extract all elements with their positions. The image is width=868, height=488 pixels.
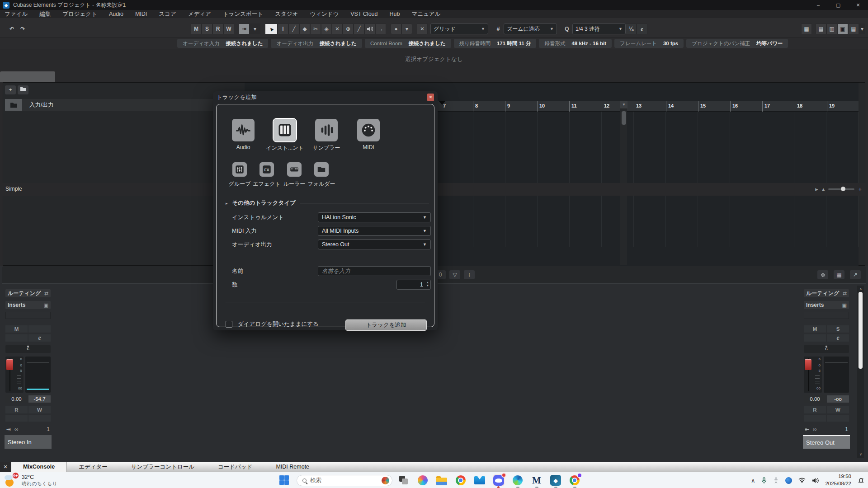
- agents-filter-icon[interactable]: ▽: [449, 270, 460, 279]
- chrome-button[interactable]: [455, 474, 467, 486]
- track-type-audio[interactable]: [232, 119, 255, 141]
- search-box[interactable]: 検索: [297, 475, 392, 486]
- menu-project[interactable]: プロジェクト: [62, 10, 97, 18]
- read-automation-button[interactable]: R: [5, 406, 28, 413]
- gain-value[interactable]: 0.00: [5, 395, 28, 403]
- task-view-button[interactable]: [398, 474, 410, 486]
- copilot-button[interactable]: [417, 474, 429, 486]
- menu-audio[interactable]: Audio: [109, 11, 123, 17]
- mute-button[interactable]: M: [804, 325, 826, 333]
- zoom-slider-knob[interactable]: [841, 187, 845, 191]
- menu-studio[interactable]: スタジオ: [275, 10, 298, 18]
- track-type-effect[interactable]: FX: [259, 162, 274, 177]
- glue-tool[interactable]: ◈: [321, 23, 332, 34]
- use-track-preset-button[interactable]: [18, 85, 28, 94]
- read-automation-button[interactable]: R: [804, 406, 826, 413]
- notification-bell-icon[interactable]: z: [858, 477, 864, 484]
- edge-button[interactable]: [512, 474, 524, 486]
- pan-control[interactable]: c: [5, 345, 51, 353]
- mixer-scroll-thumb[interactable]: [859, 292, 863, 369]
- fader-handle[interactable]: [805, 359, 811, 370]
- track-type-instrument-selected[interactable]: [274, 119, 296, 141]
- draw-tool[interactable]: ╱: [288, 23, 299, 34]
- erase-tool[interactable]: ◆: [299, 23, 310, 34]
- tab-sampler-control[interactable]: サンプラーコントロール: [119, 462, 206, 472]
- range-select-tool[interactable]: I: [278, 23, 288, 34]
- chrome-profile-button[interactable]: [569, 474, 580, 486]
- inserts-rack-header[interactable]: Inserts▣: [5, 301, 51, 309]
- lower-zone-toggle[interactable]: ▥: [826, 23, 837, 34]
- file-explorer-button[interactable]: [436, 474, 448, 486]
- track-type-folder[interactable]: [314, 162, 329, 177]
- record-time-chip[interactable]: 残り録音時間171 時間 11 分: [454, 39, 537, 48]
- keep-open-checkbox[interactable]: [226, 321, 232, 328]
- name-input[interactable]: 名前を入力: [318, 266, 431, 276]
- pan-law-chip[interactable]: プロジェクトのパン補正均等パワー: [686, 39, 788, 48]
- insert-slot[interactable]: [5, 312, 51, 319]
- track-type-group[interactable]: [232, 162, 247, 177]
- setup-window-layout-icon[interactable]: ▦: [834, 270, 844, 279]
- stereo-link-icon[interactable]: ∞: [813, 426, 817, 432]
- instrument-dropdown[interactable]: HALion Sonic ▼: [318, 212, 431, 222]
- output-icon[interactable]: ⇤: [805, 426, 809, 432]
- pan-control[interactable]: c: [804, 345, 849, 353]
- redo-button[interactable]: ↷: [17, 23, 28, 34]
- write-automation-button[interactable]: W: [827, 406, 849, 413]
- menu-media[interactable]: メディア: [188, 10, 211, 18]
- snap-type-dropdown[interactable]: グリッド ▼: [430, 23, 488, 34]
- fader-handle[interactable]: [6, 359, 13, 370]
- zoom-tool[interactable]: ⊕: [343, 23, 354, 34]
- close-lower-zone-icon[interactable]: ✕: [0, 462, 11, 472]
- menu-vst-cloud[interactable]: VST Cloud: [350, 11, 377, 17]
- edit-channel-button[interactable]: e: [28, 334, 51, 342]
- audio-output-chip[interactable]: オーディオ出力接続されました: [271, 39, 362, 48]
- project-window-tab[interactable]: [0, 71, 55, 82]
- stereo-link-icon[interactable]: ∞: [14, 426, 19, 432]
- solo-button-empty[interactable]: [28, 325, 51, 333]
- color-tool[interactable]: ●: [391, 23, 401, 34]
- zoom-slider[interactable]: [828, 188, 854, 190]
- setup-toolbar-button[interactable]: ▦: [801, 23, 812, 34]
- object-select-tool[interactable]: ▲: [265, 23, 278, 34]
- zoom-in-icon[interactable]: +: [858, 186, 862, 192]
- add-track-confirm-button[interactable]: トラックを追加: [345, 319, 427, 331]
- menu-hub[interactable]: Hub: [390, 11, 400, 17]
- mute-tool[interactable]: ✕: [332, 23, 343, 34]
- menu-file[interactable]: ファイル: [5, 10, 28, 18]
- line-tool[interactable]: ╱: [354, 23, 364, 34]
- zoom-up-icon[interactable]: ▴: [822, 186, 825, 192]
- folder-track-icon-cell[interactable]: [5, 99, 22, 111]
- cubase-taskbar-button[interactable]: ◆: [550, 474, 561, 486]
- automation-w-button[interactable]: W: [223, 23, 234, 34]
- zones-setup-button[interactable]: ▤: [848, 23, 859, 34]
- minimize-button[interactable]: –: [808, 0, 828, 10]
- right-zone-toggle[interactable]: ▣: [837, 23, 848, 34]
- volume-fader[interactable]: 6 0 5 00: [5, 357, 24, 393]
- open-in-separate-window-icon[interactable]: ↗: [850, 270, 861, 279]
- input-icon[interactable]: ⇥: [6, 426, 11, 432]
- other-track-types-expander[interactable]: ▸ その他のトラックタイプ: [226, 199, 429, 207]
- channel-name-stereo-out[interactable]: Stereo Out: [803, 435, 850, 449]
- microphone-icon[interactable]: [761, 477, 767, 484]
- wifi-icon[interactable]: [798, 478, 806, 483]
- quantize-dropdown[interactable]: 1/4 3 連符 ▼: [572, 23, 626, 34]
- track-type-sampler[interactable]: [315, 119, 338, 141]
- volume-fader[interactable]: 6 0 5 00: [804, 357, 822, 393]
- mixer-scrollbar[interactable]: ∧ ∨: [857, 286, 864, 458]
- track-type-midi[interactable]: [357, 119, 380, 141]
- frame-rate-chip[interactable]: フレームレート30 fps: [614, 39, 684, 48]
- peak-value[interactable]: -oo: [827, 395, 849, 403]
- volume-icon[interactable]: [812, 478, 819, 483]
- record-format-chip[interactable]: 録音形式48 kHz - 16 bit: [539, 39, 612, 48]
- menu-transport[interactable]: トランスポート: [223, 10, 263, 18]
- autoscroll-dropdown-icon[interactable]: ▾: [250, 23, 260, 34]
- dialog-title-bar[interactable]: トラックを追加 ✕: [213, 91, 438, 103]
- automation-s-button[interactable]: S: [202, 23, 212, 34]
- start-button[interactable]: [279, 475, 289, 485]
- color-dropdown-icon[interactable]: ▾: [401, 23, 412, 34]
- channel-name-stereo-in[interactable]: Stereo In: [5, 435, 52, 449]
- undo-button[interactable]: ↶: [6, 23, 17, 34]
- audio-output-dropdown[interactable]: Stereo Out ▼: [318, 239, 431, 249]
- m-app-button[interactable]: M: [531, 474, 542, 486]
- gain-value[interactable]: 0.00: [804, 395, 826, 403]
